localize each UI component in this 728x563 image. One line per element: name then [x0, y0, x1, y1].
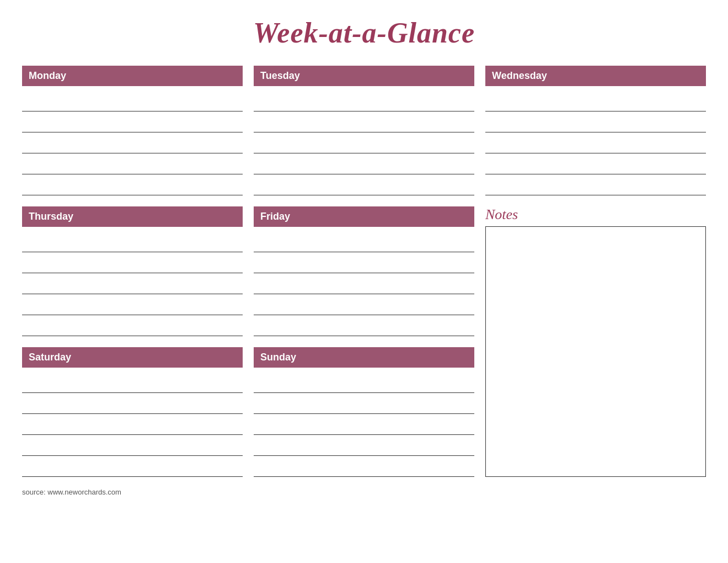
- day-line: [22, 153, 243, 174]
- day-line: [22, 414, 243, 435]
- day-line: [254, 456, 474, 477]
- day-line: [485, 153, 706, 174]
- page-title: Week-at-a-Glance: [22, 17, 706, 49]
- lower-section: Thursday Friday Notes Saturday: [22, 206, 706, 477]
- notes-block: Notes: [485, 206, 706, 477]
- day-line: [22, 456, 243, 477]
- day-line: [254, 294, 474, 315]
- day-line: [485, 111, 706, 132]
- notes-title: Notes: [485, 206, 706, 223]
- tuesday-header: Tuesday: [254, 66, 474, 86]
- friday-block: Friday: [254, 206, 474, 336]
- day-line: [22, 111, 243, 132]
- day-line: [22, 393, 243, 414]
- monday-lines: [22, 91, 243, 195]
- day-line: [22, 294, 243, 315]
- day-line: [254, 174, 474, 195]
- friday-header: Friday: [254, 206, 474, 227]
- saturday-header: Saturday: [22, 347, 243, 368]
- day-line: [254, 111, 474, 132]
- source-text: source: www.neworchards.com: [22, 488, 706, 496]
- wednesday-header: Wednesday: [485, 66, 706, 86]
- day-line: [254, 414, 474, 435]
- wednesday-lines: [485, 91, 706, 195]
- day-line: [254, 153, 474, 174]
- day-line: [22, 231, 243, 252]
- day-line: [22, 132, 243, 153]
- thursday-lines: [22, 231, 243, 336]
- wednesday-block: Wednesday: [485, 66, 706, 195]
- row-1: Monday Tuesday Wednesday: [22, 66, 706, 195]
- day-line: [22, 273, 243, 294]
- friday-lines: [254, 231, 474, 336]
- monday-header: Monday: [22, 66, 243, 86]
- day-line: [254, 315, 474, 336]
- day-line: [22, 315, 243, 336]
- day-line: [254, 91, 474, 111]
- day-line: [254, 435, 474, 456]
- sunday-block: Sunday: [254, 347, 474, 477]
- day-line: [254, 132, 474, 153]
- day-line: [22, 435, 243, 456]
- day-line: [22, 174, 243, 195]
- day-line: [254, 252, 474, 273]
- day-line: [22, 252, 243, 273]
- day-line: [485, 132, 706, 153]
- monday-block: Monday: [22, 66, 243, 195]
- day-line: [254, 372, 474, 393]
- day-line: [22, 91, 243, 111]
- day-line: [254, 393, 474, 414]
- day-line: [254, 231, 474, 252]
- tuesday-lines: [254, 91, 474, 195]
- sunday-header: Sunday: [254, 347, 474, 368]
- thursday-header: Thursday: [22, 206, 243, 227]
- day-line: [485, 91, 706, 111]
- day-line: [22, 372, 243, 393]
- saturday-block: Saturday: [22, 347, 243, 477]
- day-line: [254, 273, 474, 294]
- saturday-lines: [22, 372, 243, 477]
- day-line: [485, 174, 706, 195]
- notes-area[interactable]: [485, 226, 706, 477]
- tuesday-block: Tuesday: [254, 66, 474, 195]
- sunday-lines: [254, 372, 474, 477]
- thursday-block: Thursday: [22, 206, 243, 336]
